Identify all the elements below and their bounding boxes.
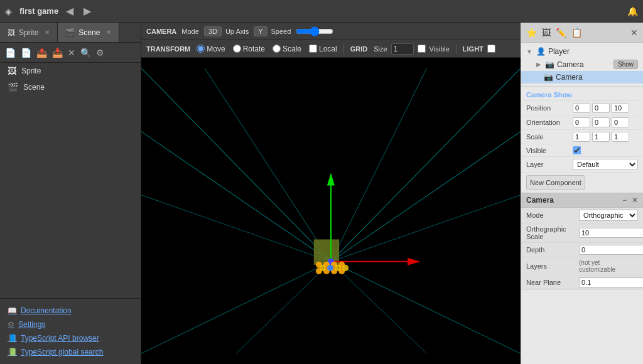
orientation-x[interactable] (573, 117, 590, 127)
position-x[interactable] (573, 103, 590, 113)
scene-tab-label: Scene (78, 28, 100, 37)
sidebar-item-scene[interactable]: 🎬 Scene (0, 79, 141, 95)
right-panel-toolbar: ⭐ 🖼 ✏️ 📋 ✕ (521, 23, 643, 43)
search-icon[interactable]: 🔍 (80, 48, 91, 58)
orientation-y[interactable] (592, 117, 610, 127)
documentation-icon: 📖 (8, 306, 17, 315)
up-axis-button[interactable]: Y (254, 26, 267, 36)
sidebar-bottom: 📖 Documentation ⚙ Settings 📘 TypeScript … (0, 298, 141, 364)
node-camera-group[interactable]: ▶ 📷 Camera Show (521, 58, 643, 71)
cam-mode-select[interactable]: Orthographic Perspective (579, 210, 638, 221)
toolbar-divider-2 (456, 44, 457, 54)
sidebar-item-sprite[interactable]: 🖼 Sprite (0, 63, 141, 79)
sprite-tab-close[interactable]: ✕ (45, 29, 50, 36)
scene-tab-close[interactable]: ✕ (106, 29, 111, 36)
orientation-row: Orientation (521, 115, 643, 130)
edit-icon[interactable]: ✏️ (556, 28, 566, 38)
ortho-scale-input[interactable] (579, 228, 643, 238)
documentation-link[interactable]: 📖 Documentation (0, 304, 141, 318)
svg-point-30 (342, 265, 349, 271)
camera-show-label: Camera Show (526, 91, 572, 99)
camera-group-arrow: ▶ (536, 61, 541, 68)
typescript-global-label: TypeScript global search (21, 348, 103, 356)
ortho-scale-row: Orthographic Scale (521, 223, 643, 243)
layer-select[interactable]: Default UI Background (573, 159, 638, 170)
new-component-button[interactable]: New Component (526, 175, 585, 190)
sidebar-tab-bar: 🖼 Sprite ✕ 🎬 Scene ✕ (0, 23, 141, 43)
depth-input[interactable] (579, 245, 643, 255)
depth-label: Depth (526, 246, 576, 254)
local-radio[interactable]: Local (309, 45, 337, 53)
visible-checkbox[interactable] (418, 45, 426, 53)
right-panel-close[interactable]: ✕ (630, 28, 638, 38)
grid-size-input[interactable] (391, 43, 414, 55)
layers-label: Layers (526, 262, 576, 270)
documentation-label: Documentation (21, 306, 72, 315)
scale-row: Scale (521, 130, 643, 144)
image-icon[interactable]: 🖼 (542, 28, 551, 38)
scale-z[interactable] (612, 132, 629, 142)
typescript-api-icon: 📘 (8, 334, 17, 343)
scene-viewport[interactable] (141, 58, 521, 364)
scale-radio[interactable]: Scale (273, 45, 301, 53)
position-z[interactable] (612, 103, 629, 113)
cam-mode-label: Mode (526, 211, 576, 219)
scale-x[interactable] (573, 132, 590, 142)
star-icon[interactable]: ⭐ (526, 28, 537, 38)
layer-row: Layer Default UI Background (521, 157, 643, 173)
settings-label: Settings (18, 320, 45, 329)
visible-prop-label: Visible (526, 147, 570, 154)
camera-group-label: Camera (557, 60, 584, 69)
scale-y[interactable] (592, 132, 610, 142)
layers-value: (not yet customizable (579, 259, 638, 273)
open-file-icon[interactable]: 📄 (21, 48, 31, 58)
light-checkbox[interactable] (487, 45, 495, 53)
title-bar: ◈ first game ◀ ▶ 🔔 (0, 0, 643, 23)
clipboard-icon[interactable]: 📋 (571, 28, 582, 38)
camera-show-row: Camera Show (521, 89, 643, 101)
scene-icon: 🎬 (8, 82, 18, 92)
orientation-z[interactable] (612, 117, 629, 127)
svg-point-27 (320, 265, 326, 271)
prev-button[interactable]: ◀ (63, 4, 76, 18)
mode-3d-button[interactable]: 3D (204, 26, 222, 36)
next-button[interactable]: ▶ (81, 4, 94, 18)
typescript-global-link[interactable]: 📗 TypeScript global search (0, 345, 141, 359)
tab-sprite[interactable]: 🖼 Sprite ✕ (0, 23, 58, 42)
typescript-api-label: TypeScript API browser (21, 334, 99, 343)
move-radio[interactable]: Move (197, 45, 225, 53)
orientation-label: Orientation (526, 119, 570, 126)
near-plane-label: Near Plane (526, 279, 576, 286)
notification-bell[interactable]: 🔔 (627, 6, 638, 16)
settings-icon: ⚙ (8, 320, 14, 329)
light-label: LIGHT (463, 45, 484, 53)
visible-prop-checkbox[interactable] (573, 146, 581, 154)
left-sidebar: 🖼 Sprite ✕ 🎬 Scene ✕ 📄 📄 📤 📥 ✕ 🔍 ⚙ 🖼 Spr… (0, 23, 141, 364)
near-plane-input[interactable] (579, 277, 643, 287)
layer-label: Layer (526, 161, 570, 168)
camera-component-close[interactable]: ✕ (632, 196, 638, 205)
delete-icon[interactable]: ✕ (68, 48, 75, 58)
node-player[interactable]: ▼ 👤 Player (521, 45, 643, 58)
export-icon[interactable]: 📤 (36, 48, 47, 58)
transform-toolbar: TRANSFORM Move Rotate Scale Local GRID S… (141, 40, 521, 58)
layers-row: Layers (not yet customizable (521, 257, 643, 276)
player-icon: 👤 (536, 47, 546, 56)
node-camera-obj[interactable]: 📷 Camera (521, 71, 643, 83)
import-icon[interactable]: 📥 (52, 48, 63, 58)
toolbar-divider (343, 44, 344, 54)
camera-component-minimize[interactable]: − (622, 196, 627, 205)
camera-obj-icon: 📷 (544, 73, 553, 82)
sidebar-toolbar: 📄 📄 📤 📥 ✕ 🔍 ⚙ (0, 43, 141, 63)
rotate-radio[interactable]: Rotate (233, 45, 265, 53)
visible-label: Visible (430, 45, 450, 53)
tab-scene[interactable]: 🎬 Scene ✕ (58, 23, 119, 42)
new-file-icon[interactable]: 📄 (5, 48, 16, 58)
filter-icon[interactable]: ⚙ (96, 48, 104, 58)
typescript-api-link[interactable]: 📘 TypeScript API browser (0, 331, 141, 345)
camera-show-button[interactable]: Show (613, 60, 638, 69)
position-y[interactable] (592, 103, 610, 113)
sprite-icon: 🖼 (8, 66, 16, 76)
settings-link[interactable]: ⚙ Settings (0, 318, 141, 331)
speed-slider[interactable] (296, 26, 333, 36)
